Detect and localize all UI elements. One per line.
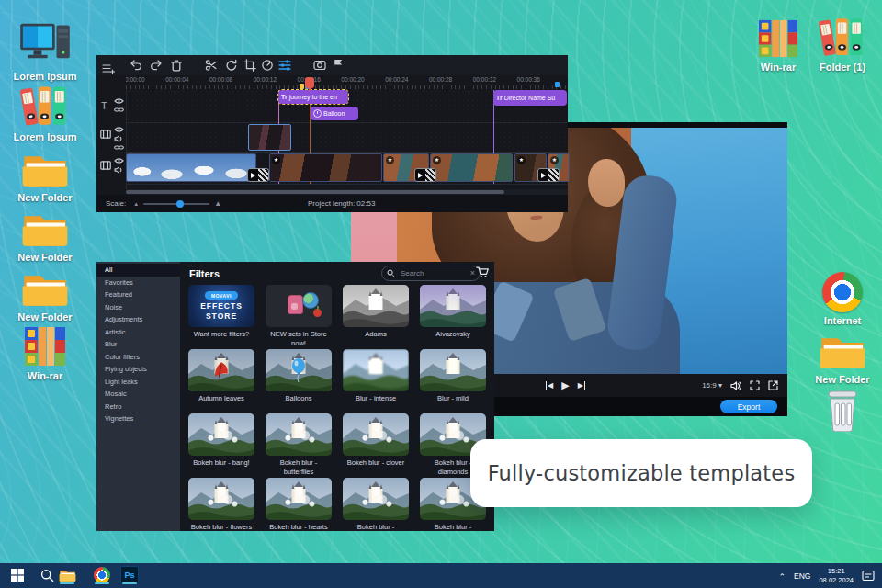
title-clip[interactable]: Tr Director Name Su: [493, 90, 567, 106]
filter-effect-overlay: [343, 478, 409, 520]
crop-icon[interactable]: [243, 59, 256, 72]
category-featured[interactable]: Featured: [96, 288, 180, 301]
scale-slider-knob[interactable]: [176, 200, 184, 208]
eye-icon[interactable]: [114, 97, 124, 105]
category-noise[interactable]: Noise: [96, 301, 180, 314]
filter-effect-overlay: [188, 349, 254, 391]
clip-properties-icon[interactable]: [278, 59, 291, 72]
desktop-icon-binders[interactable]: Lorem Ipsum: [9, 83, 81, 142]
eye-icon[interactable]: [114, 126, 124, 133]
tray-chevron-icon[interactable]: ⌃: [778, 572, 786, 582]
audio-icon[interactable]: [114, 166, 124, 174]
filter-tile[interactable]: Aivazovsky: [420, 285, 486, 349]
undo-icon[interactable]: [130, 59, 142, 72]
category-color-filters[interactable]: Color filters: [96, 351, 180, 364]
filter-tile[interactable]: Bokeh blur - hearts: [266, 478, 332, 531]
filter-tile[interactable]: Autumn leaves: [188, 349, 254, 413]
playhead[interactable]: [305, 77, 314, 88]
ruler-tick: 00:00:20: [338, 76, 368, 83]
category-artistic[interactable]: Artistic: [96, 326, 180, 339]
filter-tile[interactable]: MOVAVIEFFECTSSTORE Want more filters?: [188, 285, 254, 349]
desktop-icon-folder[interactable]: New Folder: [9, 143, 81, 203]
desktop-icon-binders[interactable]: Folder (1): [807, 13, 878, 73]
transition-badge[interactable]: [537, 168, 560, 182]
transition-badge[interactable]: [414, 168, 436, 182]
category-retro[interactable]: Retro: [96, 401, 180, 413]
next-frame-button[interactable]: ▶: [578, 381, 585, 390]
filter-tile[interactable]: NEW sets in Store now!: [266, 285, 332, 349]
aspect-ratio-select[interactable]: 16:9 ▾: [702, 381, 722, 390]
filter-tile[interactable]: Bokeh blur - bang!: [188, 413, 254, 478]
add-track-icon[interactable]: [102, 63, 115, 74]
category-favorites[interactable]: Favorites: [96, 277, 180, 289]
start-button[interactable]: [7, 566, 28, 584]
video-clip[interactable]: [126, 153, 256, 182]
video-clip[interactable]: ★: [430, 153, 513, 182]
video-clip[interactable]: ★: [269, 153, 382, 182]
taskbar-clock[interactable]: 15:21 08.02.2024: [819, 567, 854, 585]
file-explorer-button[interactable]: [57, 566, 77, 584]
rotate-icon[interactable]: [225, 59, 238, 72]
category-all[interactable]: All: [96, 264, 180, 277]
category-blur[interactable]: Blur: [96, 338, 180, 351]
category-adjustments[interactable]: Adjustments: [96, 313, 180, 326]
filter-tile[interactable]: Bokeh blur - flowers: [188, 478, 254, 531]
zoom-in-icon[interactable]: ▲: [214, 199, 221, 208]
export-button[interactable]: Export: [720, 400, 777, 413]
desktop-icon-folder[interactable]: New Folder: [9, 203, 81, 263]
search-box[interactable]: ×: [381, 266, 481, 281]
category-mosaic[interactable]: Mosaic: [96, 388, 180, 401]
taskbar-search-button[interactable]: [37, 566, 57, 584]
audio-icon[interactable]: [114, 135, 124, 142]
title-clip[interactable]: Balloon: [311, 107, 358, 120]
split-scissors-icon[interactable]: [205, 59, 218, 72]
ruler-marker-blue[interactable]: [555, 82, 560, 87]
filter-tile[interactable]: Bokeh blur - hexagons: [343, 478, 409, 531]
language-indicator[interactable]: ENG: [794, 571, 810, 581]
category-light-leaks[interactable]: Light leaks: [96, 376, 180, 389]
filter-tile[interactable]: Bokeh blur - butterflies: [266, 413, 332, 478]
photoshop-taskbar-button[interactable]: Ps: [119, 566, 140, 584]
previous-frame-button[interactable]: ◀: [546, 381, 553, 390]
ruler-marker-yellow[interactable]: [300, 84, 304, 89]
delete-icon[interactable]: [170, 59, 183, 72]
play-button[interactable]: ▶: [561, 379, 569, 391]
filter-tile[interactable]: Blur - intense: [343, 349, 409, 413]
desktop-icon-computer[interactable]: Lorem Ipsum: [9, 22, 81, 82]
category-flying-objects[interactable]: Flying objects: [96, 363, 180, 376]
scale-slider[interactable]: [143, 203, 209, 205]
fullscreen-icon[interactable]: [750, 380, 760, 390]
zoom-out-icon[interactable]: ▲: [133, 201, 139, 207]
timeline-ruler[interactable]: 00:00:0000:00:0400:00:0800:00:1200:00:16…: [126, 75, 568, 89]
filter-tile[interactable]: Adams: [343, 285, 409, 349]
desktop-icon-folder[interactable]: New Folder: [807, 325, 878, 385]
redo-icon[interactable]: [150, 59, 163, 72]
volume-icon[interactable]: [730, 381, 741, 390]
flag-marker-icon[interactable]: [332, 59, 345, 72]
cart-icon[interactable]: [476, 266, 490, 278]
overlay-clip[interactable]: [248, 124, 291, 151]
filter-tile[interactable]: Blur - mild: [420, 349, 486, 413]
title-clip[interactable]: Tr journey to the en: [278, 90, 348, 104]
desktop-icon-winrar[interactable]: Win-rar: [742, 13, 814, 73]
filter-tile[interactable]: Bokeh blur - clover: [343, 413, 409, 478]
clear-search-icon[interactable]: ×: [470, 269, 475, 277]
chrome-taskbar-button[interactable]: [92, 566, 112, 584]
popout-icon[interactable]: [768, 380, 778, 390]
desktop-icon-internet[interactable]: Internet: [807, 266, 878, 326]
link-icon[interactable]: [114, 107, 124, 113]
category-vignettes[interactable]: Vignettes: [96, 413, 180, 425]
timeline-tracks[interactable]: Tr journey to the en Balloon Tr Director…: [126, 89, 568, 189]
filter-tile[interactable]: Balloons: [266, 349, 332, 413]
desktop-icon-folder[interactable]: New Folder: [9, 263, 81, 322]
eye-icon[interactable]: [114, 157, 124, 164]
action-center-icon[interactable]: [862, 570, 875, 582]
link-icon[interactable]: [114, 144, 124, 151]
transition-badge[interactable]: [247, 168, 269, 182]
desktop-icon-winrar[interactable]: Win-rar: [9, 322, 81, 381]
record-icon[interactable]: [313, 59, 326, 72]
open-app-indicator: [122, 582, 137, 584]
clip-speed-icon[interactable]: [261, 59, 274, 72]
search-input[interactable]: [399, 268, 467, 278]
desktop-icon-recycle-bin[interactable]: [814, 386, 871, 432]
